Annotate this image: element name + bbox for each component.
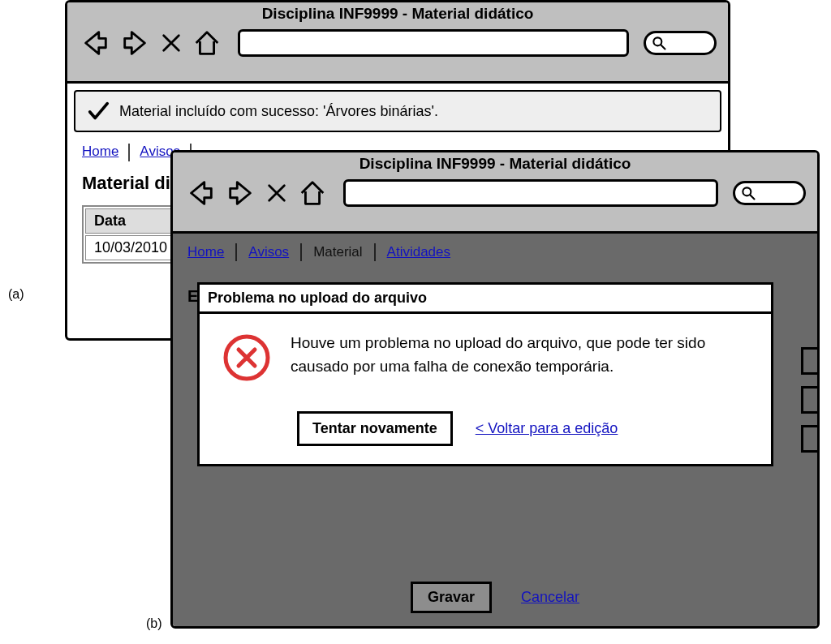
search-icon	[740, 185, 756, 201]
tab-avisos[interactable]: Avisos	[248, 244, 289, 260]
url-input[interactable]	[238, 29, 629, 57]
search-box[interactable]	[733, 181, 806, 205]
tab-separator	[128, 144, 130, 161]
stop-icon[interactable]	[160, 28, 183, 58]
error-dialog: Problema no upload do arquivo Houve um p…	[197, 282, 773, 466]
tab-separator	[374, 243, 376, 261]
back-to-edit-link[interactable]: < Voltar para a edição	[476, 420, 618, 437]
tab-atividades[interactable]: Atividades	[387, 244, 450, 260]
success-text: Material incluído com sucesso: 'Árvores …	[119, 103, 438, 120]
tab-material[interactable]: Material	[313, 244, 362, 260]
stop-icon[interactable]	[265, 178, 288, 208]
forward-icon[interactable]	[119, 28, 152, 58]
tab-separator	[235, 243, 237, 261]
browser-window-b: Disciplina INF9999 - Material didático H…	[170, 150, 820, 629]
figure-label-b: (b)	[146, 616, 162, 631]
home-icon[interactable]	[191, 28, 223, 58]
dialog-message: Houve um problema no upload do arquivo, …	[291, 332, 713, 378]
search-box[interactable]	[644, 31, 717, 55]
nav-tabs-b: Home Avisos Material Atividades	[187, 243, 803, 261]
tab-home[interactable]: Home	[82, 144, 118, 161]
search-icon	[651, 35, 667, 51]
material-table: Data 10/03/2010	[82, 205, 179, 264]
forward-icon[interactable]	[225, 178, 257, 208]
obscured-controls	[801, 347, 817, 453]
home-icon[interactable]	[296, 178, 329, 208]
page-body-b: Home Avisos Material Atividades E Proble…	[173, 234, 817, 626]
tab-home[interactable]: Home	[187, 244, 224, 260]
url-input[interactable]	[343, 179, 718, 207]
form-actions: Gravar Cancelar	[173, 582, 817, 613]
dialog-title: Problema no upload do arquivo	[200, 285, 771, 314]
cancel-link[interactable]: Cancelar	[521, 589, 579, 606]
check-icon	[87, 100, 110, 122]
tab-separator	[300, 243, 302, 261]
retry-button[interactable]: Tentar novamente	[297, 411, 453, 446]
col-header-data: Data	[85, 208, 176, 234]
success-banner: Material incluído com sucesso: 'Árvores …	[74, 90, 721, 132]
window-title-b: Disciplina INF9999 - Material didático	[173, 152, 817, 173]
back-icon[interactable]	[184, 178, 217, 208]
titlebar-a: Disciplina INF9999 - Material didático	[67, 2, 728, 84]
titlebar-b: Disciplina INF9999 - Material didático	[173, 152, 817, 234]
table-cell-date: 10/03/2010	[85, 235, 176, 260]
save-button[interactable]: Gravar	[411, 582, 492, 613]
window-title-a: Disciplina INF9999 - Material didático	[67, 2, 728, 23]
figure-label-a: (a)	[8, 287, 24, 302]
back-icon[interactable]	[79, 28, 111, 58]
error-icon	[221, 332, 273, 384]
